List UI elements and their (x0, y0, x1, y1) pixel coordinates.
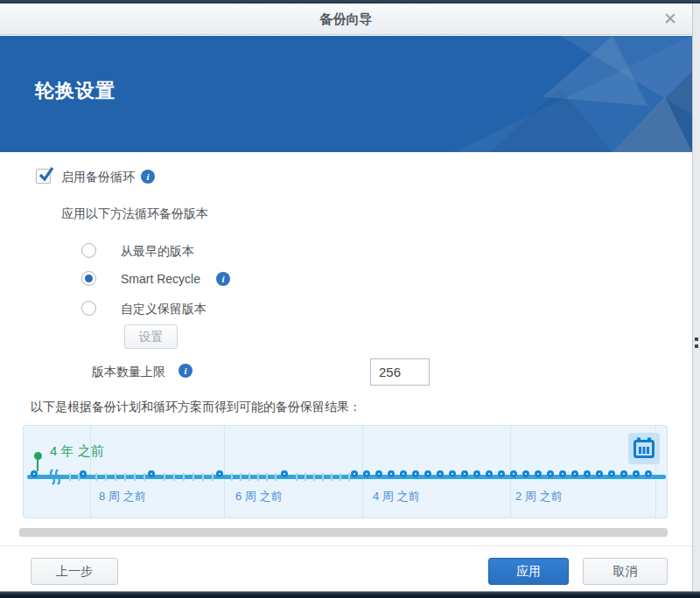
timeline-tick (173, 473, 175, 481)
timeline-tick (322, 473, 324, 481)
version-marker[interactable] (608, 470, 615, 477)
version-limit-input[interactable] (370, 358, 430, 386)
version-marker[interactable] (486, 470, 493, 477)
timeline-tick (192, 473, 194, 481)
version-marker[interactable] (449, 470, 456, 477)
horizontal-scrollbar[interactable] (19, 528, 668, 537)
timeline-panel: 8 周 之前6 周 之前4 周 之前2 周 之前4 年 之前 (23, 425, 668, 518)
version-marker[interactable] (400, 470, 407, 477)
dialog-title: 备份向导 (0, 11, 692, 28)
timeline-section-label: 2 周 之前 (515, 489, 562, 504)
info-icon[interactable]: i (141, 170, 155, 184)
timeline-tick (313, 473, 315, 481)
version-marker[interactable] (547, 470, 554, 477)
version-marker[interactable] (571, 470, 578, 477)
desktop-background: 备份向导 ✕ 轮换设置 启用备份循环 i 应用以下方 (0, 0, 700, 598)
page-scrollbar-gutter[interactable] (692, 3, 700, 591)
timeline-tick (115, 473, 116, 481)
timeline-tick (296, 473, 298, 481)
window-edge-bottom (0, 591, 700, 598)
radio-smart-recycle-label: Smart Recycle (121, 272, 200, 286)
footer-divider (0, 546, 692, 546)
close-icon[interactable]: ✕ (659, 8, 682, 31)
timeline-tick (231, 473, 233, 481)
timeline-tick (144, 473, 145, 481)
timeline-tick (331, 473, 332, 481)
version-marker[interactable] (510, 470, 517, 477)
scrollbar-speck (695, 344, 698, 348)
rotation-settings-form: 启用备份循环 i 应用以下方法循环备份版本 从最早的版本 Smart Recyc… (0, 152, 692, 554)
version-marker[interactable] (363, 470, 370, 477)
timeline-gridline (90, 426, 91, 518)
calendar-icon (634, 437, 654, 460)
result-intro-text: 以下是根据备份计划和循环方案而得到可能的备份保留结果： (31, 400, 361, 415)
info-icon[interactable]: i (178, 364, 192, 378)
oldest-version-annotation: 4 年 之前 (50, 443, 104, 460)
version-marker[interactable] (645, 470, 652, 477)
radio-earliest-version[interactable] (81, 243, 96, 258)
version-marker[interactable] (281, 470, 288, 477)
dialog-titlebar: 备份向导 ✕ (0, 3, 692, 35)
scrollbar-speck (695, 337, 698, 341)
timeline-tick (257, 473, 259, 481)
version-marker[interactable] (375, 470, 382, 477)
apply-button[interactable]: 应用 (488, 558, 569, 585)
version-marker[interactable] (31, 470, 38, 477)
method-intro-text: 应用以下方法循环备份版本 (61, 206, 208, 222)
timeline-tick (248, 473, 250, 481)
version-marker[interactable] (148, 470, 155, 477)
version-marker[interactable] (596, 470, 603, 477)
version-marker[interactable] (412, 470, 419, 477)
header-banner: 轮换设置 (0, 36, 692, 152)
timeline-tick (340, 473, 341, 481)
axis-break-icon (49, 469, 61, 488)
page-title: 轮换设置 (35, 78, 116, 104)
backup-wizard-dialog: 备份向导 ✕ 轮换设置 启用备份循环 i 应用以下方 (0, 3, 692, 591)
timeline-tick (105, 473, 107, 481)
timeline-tick (134, 473, 136, 481)
timeline-section-label: 6 周 之前 (235, 489, 282, 504)
checkmark-icon (38, 165, 55, 183)
version-marker[interactable] (498, 470, 505, 477)
version-marker[interactable] (437, 470, 444, 477)
version-marker[interactable] (584, 470, 591, 477)
enable-rotation-checkbox[interactable] (36, 169, 51, 184)
version-marker[interactable] (559, 470, 566, 477)
info-icon[interactable]: i (216, 272, 230, 286)
timeline-tick (240, 473, 242, 481)
enable-rotation-label: 启用备份循环 (61, 170, 135, 185)
version-marker[interactable] (535, 470, 542, 477)
version-marker[interactable] (80, 470, 87, 477)
timeline-section-label: 4 周 之前 (373, 489, 419, 504)
radio-smart-recycle[interactable] (81, 271, 96, 286)
version-marker[interactable] (522, 470, 529, 477)
version-marker[interactable] (424, 470, 431, 477)
timeline-gridline (224, 426, 225, 518)
timeline-tick (164, 473, 165, 481)
timeline-tick (275, 473, 276, 481)
timeline-gridline (655, 426, 656, 518)
radio-custom-retention-label: 自定义保留版本 (121, 302, 206, 317)
version-marker[interactable] (351, 470, 358, 477)
cancel-button[interactable]: 取消 (583, 558, 668, 585)
version-marker[interactable] (388, 470, 395, 477)
version-marker[interactable] (633, 470, 640, 477)
version-marker[interactable] (216, 470, 223, 477)
timeline-tick (124, 473, 126, 481)
timeline-axis (27, 475, 666, 479)
version-marker[interactable] (620, 470, 627, 477)
version-marker[interactable] (473, 470, 480, 477)
radio-custom-retention[interactable] (81, 301, 96, 316)
timeline-tick (304, 473, 306, 481)
timeline-tick (266, 473, 268, 481)
version-marker[interactable] (461, 470, 468, 477)
timeline-tick (348, 473, 350, 481)
back-button[interactable]: 上一步 (31, 558, 118, 585)
timeline-tick (69, 473, 71, 481)
settings-button[interactable]: 设置 (124, 324, 178, 349)
version-limit-label: 版本数量上限 (92, 365, 165, 380)
timeline-tick (202, 473, 204, 481)
timeline-section-label: 8 周 之前 (99, 489, 145, 504)
timeline-tick (95, 473, 97, 481)
oldest-version-pin-stem (37, 459, 38, 471)
